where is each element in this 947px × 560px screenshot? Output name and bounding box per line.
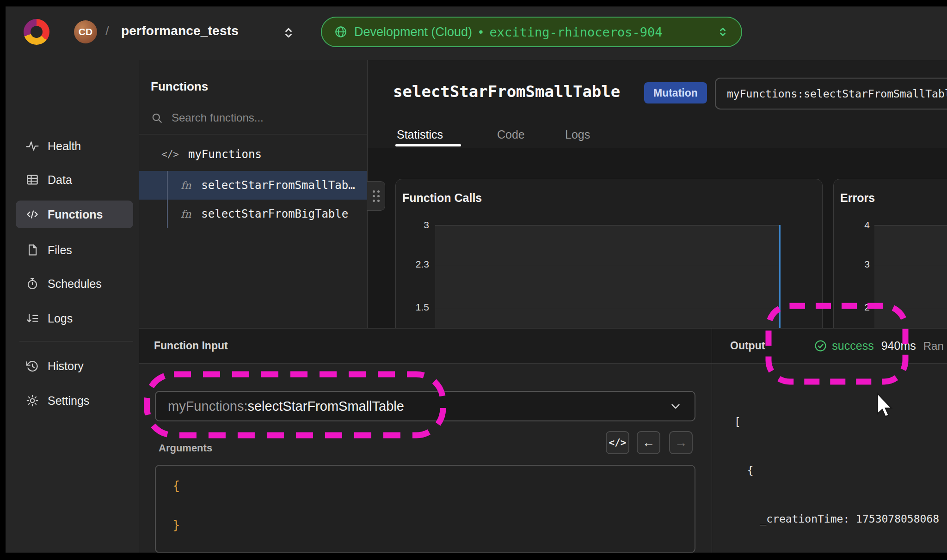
status-label: success (832, 339, 873, 353)
chart-title: Function Calls (402, 191, 482, 205)
tab-code[interactable]: Code (497, 124, 525, 145)
function-item-label: selectStarFromSmallTab… (201, 179, 355, 192)
errors-card: Errors 4 3 2 (833, 179, 947, 328)
sidebar-item-files[interactable]: Files (16, 236, 133, 264)
sidebar-item-label: Data (48, 173, 72, 187)
sidebar-item-schedules[interactable]: Schedules (16, 270, 133, 298)
code-icon: </> (609, 437, 627, 448)
chart-title: Errors (840, 191, 875, 205)
chart-plot (874, 225, 947, 328)
sidebar-item-functions[interactable]: Functions (16, 201, 133, 228)
breadcrumb-separator: / (105, 24, 109, 38)
dashboard: CD / performance_tests Development (Clou… (6, 6, 947, 553)
dropdown-value: selectStarFromSmallTable (247, 399, 404, 414)
code-icon (25, 207, 39, 221)
project-switcher-chevron-icon[interactable] (281, 25, 296, 40)
ran-time-label: Ran les (923, 340, 947, 353)
drag-dots-icon (373, 190, 380, 202)
sidebar: Health Data Functions Files (6, 60, 139, 553)
sidebar-item-label: History (48, 359, 84, 373)
json-line: { (734, 463, 939, 479)
sidebar-item-settings[interactable]: Settings (16, 387, 133, 414)
sidebar-item-label: Files (48, 243, 72, 257)
sidebar-item-label: Settings (48, 394, 89, 408)
code-view-button[interactable]: </> (606, 431, 629, 454)
sidebar-item-logs[interactable]: Logs (16, 304, 133, 332)
chevron-down-icon (669, 399, 683, 413)
deployment-pill[interactable]: Development (Cloud) • exciting-rhinocero… (321, 17, 742, 47)
sidebar-item-history[interactable]: History (16, 352, 133, 380)
y-axis-label: 4 (842, 219, 870, 231)
fn-icon: fn (181, 208, 191, 220)
check-circle-icon (814, 339, 827, 353)
sidebar-item-health[interactable]: Health (16, 132, 133, 160)
gear-icon (25, 394, 39, 408)
deployment-chevron-icon (716, 25, 729, 38)
function-selector-dropdown[interactable]: myFunctions:selectStarFromSmallTable (155, 391, 695, 421)
sidebar-item-label: Functions (48, 208, 103, 221)
arguments-editor[interactable]: { } (155, 465, 695, 553)
y-axis-label: 2.3 (401, 259, 429, 270)
deployment-name: exciting-rhinoceros-904 (490, 25, 663, 39)
table-icon (25, 173, 39, 187)
y-axis-label: 2 (842, 302, 870, 313)
activity-icon (25, 139, 39, 153)
mutation-badge: Mutation (644, 82, 707, 103)
sidebar-item-label: Schedules (48, 277, 102, 291)
function-group-row[interactable]: </> myFunctions (139, 140, 367, 169)
function-detail: selectStarFromSmallTable Mutation myFunc… (368, 60, 947, 328)
fn-icon: fn (181, 180, 191, 191)
active-tab-underline (395, 144, 461, 146)
tab-statistics[interactable]: Statistics (397, 124, 443, 145)
search-icon (151, 112, 163, 124)
function-input-panel: Function Input myFunctions:selectStarFro… (139, 328, 712, 553)
logs-icon (25, 311, 39, 325)
project-name[interactable]: performance_tests (121, 24, 239, 38)
globe-icon (334, 25, 348, 39)
editor-brace-lines: { } (172, 466, 180, 544)
function-search-input[interactable] (171, 111, 348, 125)
duration-label: 940ms (881, 339, 916, 353)
deployment-env-label: Development (Cloud) (354, 25, 472, 39)
sidebar-item-data[interactable]: Data (16, 166, 133, 194)
y-axis-label: 1.5 (401, 302, 429, 313)
file-icon (25, 243, 39, 257)
y-axis-label: 3 (842, 259, 870, 270)
arguments-label: Arguments (159, 442, 212, 454)
chart-spike-line (779, 225, 781, 328)
dropdown-prefix: myFunctions: (168, 399, 247, 414)
function-item[interactable]: fn selectStarFromBigTable (139, 200, 367, 228)
function-item-label: selectStarFromBigTable (201, 207, 348, 220)
output-header: Output success 940ms Ran les (712, 329, 947, 364)
json-line: _creationTime: 1753078058068 (734, 511, 939, 527)
history-back-button[interactable]: ← (637, 431, 660, 454)
json-line: [ (734, 414, 939, 430)
chart-plot (435, 225, 780, 328)
function-input-title: Function Input (154, 340, 228, 352)
function-group-label: myFunctions (188, 148, 262, 161)
function-title: selectStarFromSmallTable (393, 82, 620, 101)
history-icon (25, 359, 39, 373)
success-status-badge: success (814, 339, 873, 353)
history-forward-button[interactable]: → (669, 431, 693, 454)
function-path-box[interactable]: myFunctions:selectStarFromSmallTable (715, 78, 947, 110)
arrow-left-icon: ← (642, 436, 655, 450)
functions-panel-title: Functions (151, 79, 208, 94)
output-json: [ { _creationTime: 1753078058068 _id: "j… (734, 382, 939, 553)
panel-drag-handle[interactable] (367, 181, 385, 211)
arrow-right-icon: → (675, 436, 687, 450)
app-window: CD / performance_tests Development (Clou… (0, 0, 947, 560)
tab-logs[interactable]: Logs (565, 124, 590, 145)
function-item-selected[interactable]: fn selectStarFromSmallTab… (139, 171, 367, 200)
sidebar-item-label: Health (48, 140, 81, 153)
functions-panel: Functions </> myFunctions fn selectStarF… (139, 60, 368, 328)
top-bar: CD / performance_tests Development (Clou… (6, 6, 947, 61)
convex-logo[interactable] (24, 19, 49, 45)
sidebar-divider (19, 341, 133, 341)
output-panel: Output success 940ms Ran les [ { _creati… (712, 328, 947, 553)
function-input-header: Function Input (139, 329, 712, 364)
stopwatch-icon (25, 277, 39, 291)
tree-indent-guide (167, 171, 168, 228)
deployment-separator-dot: • (479, 25, 483, 39)
team-avatar[interactable]: CD (74, 20, 97, 43)
